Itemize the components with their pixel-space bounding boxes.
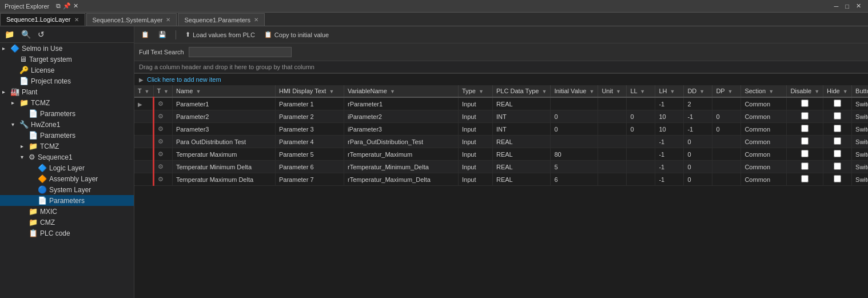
close-btn[interactable]: ✕ [854, 2, 863, 10]
sidebar-item-parameters[interactable]: 📄 Parameters [0, 195, 134, 206]
float-icon[interactable]: ⧉ [56, 2, 61, 10]
row-disable[interactable] [787, 173, 823, 186]
row-disable[interactable] [787, 136, 823, 148]
hide-checkbox[interactable] [834, 100, 841, 107]
row-gear-cell[interactable]: ⚙ [153, 97, 173, 110]
col-header-section[interactable]: Section ▼ [741, 85, 787, 97]
sidebar-item-cmz[interactable]: 📁 CMZ [0, 217, 134, 228]
pin-icon[interactable]: 📌 [63, 2, 71, 10]
copy-to-initial-btn[interactable]: 📋 Copy to initial value [262, 30, 331, 39]
load-from-plc-btn[interactable]: ⬆ Load values from PLC [183, 30, 257, 39]
hide-checkbox[interactable] [834, 125, 841, 132]
gear-icon[interactable]: ⚙ [158, 113, 164, 120]
sidebar-search-btn[interactable]: 🔍 [19, 29, 33, 40]
row-gear-cell[interactable]: ⚙ [153, 136, 173, 148]
col-header-lh[interactable]: LH ▼ [655, 85, 684, 97]
col-header-dd[interactable]: DD ▼ [684, 85, 712, 97]
table-row[interactable]: ⚙Parameter2Parameter 2iParameter2InputIN… [134, 110, 868, 123]
row-hide[interactable] [823, 173, 852, 186]
row-disable[interactable] [787, 97, 823, 110]
sidebar-refresh-btn[interactable]: ↺ [35, 29, 47, 40]
sidebar-item-hwzone1[interactable]: ▾ 🔧 HwZone1 [0, 119, 134, 130]
row-gear-cell[interactable]: ⚙ [153, 148, 173, 161]
gear-icon[interactable]: ⚙ [158, 176, 164, 182]
col-header-dp[interactable]: DP ▼ [712, 85, 741, 97]
table-row[interactable]: ⚙Parameter3Parameter 3iParameter3InputIN… [134, 123, 868, 136]
tab-system-close[interactable]: ✕ [166, 17, 170, 23]
gear-icon[interactable]: ⚙ [158, 163, 164, 170]
col-header-plc[interactable]: PLC Data Type ▼ [493, 85, 551, 97]
gear-icon[interactable]: ⚙ [158, 125, 164, 132]
col-header-hmi[interactable]: HMI Display Text ▼ [276, 85, 344, 97]
tab-system-layer[interactable]: Sequence1.SystemLayer ✕ [86, 13, 177, 26]
row-hide[interactable] [823, 110, 852, 123]
sidebar-item-selmo[interactable]: ▸ 🔷 Selmo in Use [0, 43, 134, 54]
col-header-var[interactable]: VariableName ▼ [344, 85, 459, 97]
sidebar-item-plant[interactable]: ▸ 🏭 Plant [0, 86, 134, 97]
table-row[interactable]: ▶⚙Parameter1Parameter 1rParameter1InputR… [134, 97, 868, 110]
hide-checkbox[interactable] [834, 150, 841, 157]
disable-checkbox[interactable] [801, 112, 809, 120]
sidebar-open-btn[interactable]: 📁 [2, 29, 17, 40]
save-btn[interactable]: 💾 [156, 30, 169, 39]
row-hide[interactable] [823, 123, 852, 136]
tab-logic-layer[interactable]: Sequence1.LogicLayer ✕ [0, 13, 85, 26]
sidebar-item-logic-layer[interactable]: 🔷 Logic Layer [0, 162, 134, 173]
restore-btn[interactable]: □ [843, 3, 851, 10]
col-header-type[interactable]: Type ▼ [459, 85, 493, 97]
sidebar-item-license[interactable]: 🔑 License [0, 65, 134, 76]
tab-parameters[interactable]: Sequence1.Parameters ✕ [178, 13, 265, 26]
minimize-btn[interactable]: ─ [832, 3, 841, 10]
disable-checkbox[interactable] [801, 137, 809, 145]
sidebar-item-params-tcmz[interactable]: 📄 Parameters [0, 108, 134, 119]
row-hide[interactable] [823, 161, 852, 173]
tab-params-close[interactable]: ✕ [254, 17, 258, 23]
table-row[interactable]: ⚙Temperatur MaximumParameter 5rTemperatu… [134, 148, 868, 161]
sidebar-item-assembly-layer[interactable]: 🔶 Assembly Layer [0, 173, 134, 184]
close-panel-icon[interactable]: ✕ [73, 2, 78, 10]
col-header-ll[interactable]: LL ▼ [627, 85, 655, 97]
disable-checkbox[interactable] [801, 100, 809, 107]
search-input[interactable] [189, 47, 292, 57]
gear-icon[interactable]: ⚙ [158, 150, 164, 157]
row-disable[interactable] [787, 161, 823, 173]
table-row[interactable]: ⚙Temperatur Minimum DeltaParameter 6rTem… [134, 161, 868, 173]
clipboard-btn[interactable]: 📋 [139, 30, 152, 39]
sidebar-item-plccode[interactable]: 📋 PLC code [0, 228, 134, 239]
col-header-btnmode[interactable]: Button Mode ▼ [852, 85, 868, 97]
table-wrapper[interactable]: ▶ Click here to add new item T ▼ T ▼ Nam… [134, 73, 868, 298]
table-row[interactable]: ⚙Temperatur Maximum DeltaParameter 7rTem… [134, 173, 868, 186]
hide-checkbox[interactable] [834, 175, 841, 182]
hide-checkbox[interactable] [834, 137, 841, 145]
sidebar-item-tcmz[interactable]: ▸ 📁 TCMZ [0, 97, 134, 108]
disable-checkbox[interactable] [801, 162, 809, 170]
row-gear-cell[interactable]: ⚙ [153, 161, 173, 173]
disable-checkbox[interactable] [801, 175, 809, 182]
disable-checkbox[interactable] [801, 125, 809, 132]
table-row[interactable]: ⚙Para OutDistribution TestParameter 4rPa… [134, 136, 868, 148]
col-header-unit[interactable]: Unit ▼ [598, 85, 627, 97]
col-header-disable[interactable]: Disable ▼ [787, 85, 823, 97]
gear-icon[interactable]: ⚙ [158, 100, 164, 107]
sidebar-item-tcmz2[interactable]: ▸ 📁 TCMZ [0, 141, 134, 152]
tab-logic-close[interactable]: ✕ [74, 17, 79, 23]
row-disable[interactable] [787, 110, 823, 123]
hide-checkbox[interactable] [834, 112, 841, 120]
sidebar-item-project-notes[interactable]: 📄 Project notes [0, 76, 134, 86]
row-disable[interactable] [787, 148, 823, 161]
add-new-item-row[interactable]: ▶ Click here to add new item [134, 73, 868, 85]
col-header-init[interactable]: Initial Value ▼ [551, 85, 598, 97]
row-gear-cell[interactable]: ⚙ [153, 173, 173, 186]
col-header-t1[interactable]: T ▼ [134, 85, 153, 97]
col-header-t2[interactable]: T ▼ [153, 85, 173, 97]
row-disable[interactable] [787, 123, 823, 136]
row-hide[interactable] [823, 148, 852, 161]
row-hide[interactable] [823, 136, 852, 148]
sidebar-item-params-hwzone[interactable]: 📄 Parameters [0, 130, 134, 141]
hide-checkbox[interactable] [834, 162, 841, 170]
row-hide[interactable] [823, 97, 852, 110]
gear-icon[interactable]: ⚙ [158, 138, 164, 145]
row-gear-cell[interactable]: ⚙ [153, 110, 173, 123]
col-header-hide[interactable]: Hide ▼ [823, 85, 852, 97]
sidebar-item-mxic[interactable]: 📁 MXIC [0, 206, 134, 217]
